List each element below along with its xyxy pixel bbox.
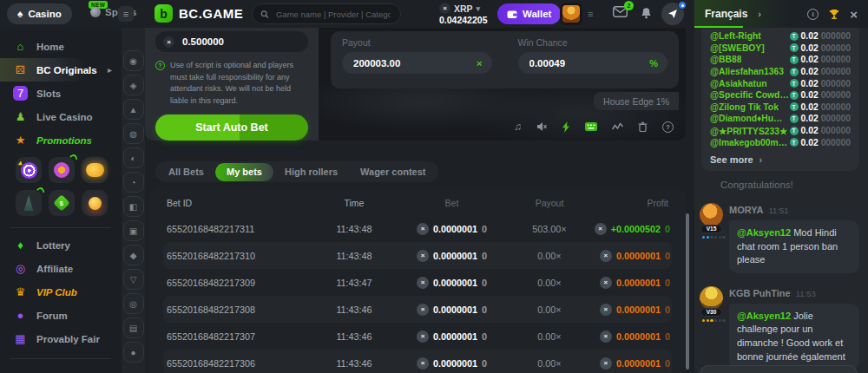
chat-username[interactable]: KGB PuhTine [729,288,791,298]
rain-username[interactable]: @Left-Right [710,31,761,41]
medal-icon[interactable] [49,157,75,183]
rain-username[interactable]: @Zilong Tik Tok [710,102,779,112]
bet-time: 11:43:46 [311,304,398,315]
see-more-button[interactable]: See more › [710,150,851,169]
sidebar-item-live-casino[interactable]: ♟ Live Casino ▸ [0,105,122,128]
rain-username[interactable]: @Aliesfahan1363 [710,67,784,76]
language-selector[interactable]: Français › [705,8,761,20]
chat-rules-icon[interactable]: i [807,9,819,20]
sidebar-item-bc-originals[interactable]: ⚄ BC Originals ▸ [0,58,87,82]
user-avatar[interactable] [700,203,723,226]
game-shortcut-icon[interactable]: ◐ [123,147,144,168]
table-row[interactable]: 65520168482217309 11:43:47 × 0.00000010 … [163,269,672,296]
chat-input[interactable] [700,365,858,373]
table-row[interactable]: 65520168482217310 11:43:48 × 0.00000010 … [163,242,672,269]
gold-coin-icon[interactable] [82,190,108,216]
user-menu-icon[interactable]: ≡ [588,9,593,19]
music-icon[interactable]: ♫ [514,121,522,133]
sidebar-item-slots[interactable]: 7 Slots ▸ [0,82,122,105]
bc-game-logo[interactable]: b BC.GAME [155,4,243,23]
rain-username[interactable]: @BB88 [710,55,741,64]
sidebar-item-label: Forum [36,311,68,321]
sidebar-divider [10,358,111,359]
sidebar-item-home[interactable]: ⌂ Home ▸ [0,35,122,58]
wallet-button[interactable]: Wallet [497,3,561,24]
game-shortcut-icon[interactable]: ● [123,342,144,363]
sidebar-item-affiliate[interactable]: ◎ Affiliate [0,257,122,280]
tab-my-bets[interactable]: My bets [215,163,273,181]
main-scrollbar-thumb[interactable] [686,213,689,370]
sound-icon[interactable] [536,121,547,132]
xrp-coin-icon: × [417,330,429,343]
currency-selector[interactable]: × XRP ▾ 0.04242205 [439,3,487,25]
sidebar-item-forum[interactable]: ● Forum [0,304,122,327]
rain-amount: T 0.02000000 [790,114,851,123]
rain-recipient-row: @Imakegob00m… T 0.02000000 [710,136,851,148]
user-avatar[interactable] [700,286,723,310]
game-shortcut-icon[interactable]: ◔ [123,172,144,193]
close-icon[interactable]: × [850,7,858,22]
game-shortcut-icon[interactable]: ▲ [123,99,144,120]
sidebar-item-lottery[interactable]: ♦ Lottery [0,233,122,257]
rain-username[interactable]: @[SWEBOY] [710,43,765,53]
rain-username[interactable]: @Diamond♦Hu… [710,114,782,123]
mention-link[interactable]: @Aksyen12 [737,311,791,321]
payout-field[interactable]: × [342,52,492,74]
turbo-bet-icon[interactable] [562,121,570,133]
rain-username[interactable]: @Specific Cowden [710,90,790,100]
table-row[interactable]: 65520168482217308 11:43:46 × 0.00000010 … [163,296,672,323]
menu-toggle-icon[interactable]: ≡ [118,6,134,22]
game-shortcut-icon[interactable]: ◆ [123,245,144,265]
tab-all-bets[interactable]: All Bets [157,163,215,181]
sidebar-item-provably-fair[interactable]: ▦ Provably Fair [0,327,122,350]
table-row[interactable]: 65520168482217311 11:43:48 × 0.00000010 … [163,215,672,242]
trophy-icon[interactable] [828,9,840,20]
game-search[interactable] [252,3,401,24]
table-row[interactable]: 65520168482217306 11:43:46 × 0.00000010 … [163,350,672,373]
seed-icon[interactable] [638,121,648,132]
rain-username[interactable]: @Imakegob00m… [710,138,787,147]
chevron-down-icon: ▾ [477,4,481,13]
game-shortcut-icon[interactable]: ▤ [123,317,144,338]
bet-amount-input[interactable] [181,36,319,48]
tab-high-rollers[interactable]: High rollers [273,163,349,181]
live-stats-icon[interactable] [612,122,623,131]
sidebar-item-promotions[interactable]: ★ Promotions ▸ [0,128,122,152]
message-bubble: @Aksyen12 Jolie challenge pour un dimanc… [729,304,859,370]
rain-username[interactable]: @Asiakhatun [710,79,767,88]
payout-label: Payout [342,37,492,48]
search-input[interactable] [274,9,392,20]
help-icon[interactable]: ? [662,121,674,133]
tab-wager-contest[interactable]: Wager contest [349,163,437,181]
piggy-bank-icon[interactable] [82,157,108,183]
rain-recipient-row: @Zilong Tik Tok T 0.02000000 [710,101,851,114]
spin-wheel-icon[interactable] [16,157,42,183]
bet-amount-field[interactable]: × [155,31,308,52]
table-row[interactable]: 65520168482217307 11:43:46 × 0.00000010 … [163,323,672,350]
game-shortcut-icon[interactable]: ▽ [123,269,144,290]
sidebar-item-vip-club[interactable]: ♛ VIP Club [0,280,122,304]
start-auto-bet-button[interactable]: Start Auto Bet [155,115,308,141]
mail-badge: 2 [624,1,634,10]
game-shortcut-icon[interactable]: ▣ [123,220,144,241]
win-chance-input[interactable] [528,57,645,69]
bell-icon[interactable] [641,7,652,19]
message-time: 11:51 [769,206,789,215]
win-chance-field[interactable]: % [518,52,668,74]
rocket-icon[interactable] [16,190,42,216]
game-shortcut-icon[interactable]: ◈ [123,75,144,95]
payout-input[interactable] [352,57,471,69]
xrp-coin-icon: × [600,357,612,370]
user-avatar[interactable] [560,3,582,25]
rain-username[interactable]: @★PRITTYS233★ [710,126,787,136]
game-shortcut-icon[interactable]: ◍ [123,123,144,144]
mention-link[interactable]: @Aksyen12 [737,227,791,238]
game-shortcut-icon[interactable]: ◧ [123,196,144,217]
game-shortcut-icon[interactable]: ◎ [123,293,144,314]
chat-username[interactable]: MORYA [729,205,764,215]
game-shortcut-icon[interactable]: ◉ [123,50,144,71]
hotkeys-icon[interactable] [585,122,597,131]
sidebar-item-icon: ♟ [13,109,28,124]
casino-toggle[interactable]: ♠ Casino [7,3,72,24]
price-tag-icon[interactable]: $ [49,190,75,216]
